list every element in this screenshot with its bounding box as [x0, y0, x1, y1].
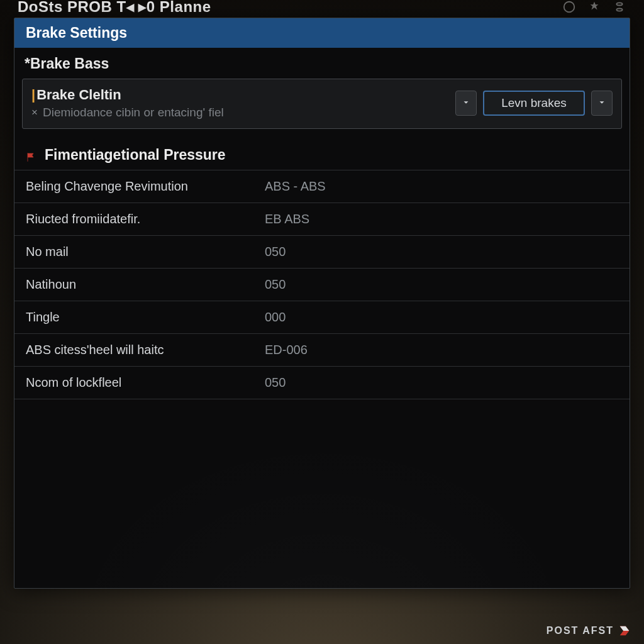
selector-desc-text: Diemiodance cibin or entacing' fiel	[43, 106, 224, 119]
status-icon-1	[562, 0, 576, 14]
status-icon-3	[613, 0, 626, 14]
selector-title-text: Brake Cleltin	[36, 87, 121, 103]
table-row[interactable]: Ncom of lockfleel 050	[14, 367, 630, 399]
selector-value-text: Levn brakes	[501, 96, 567, 110]
selector-description: × Diemiodance cibin or entacing' fiel	[31, 106, 449, 119]
app-title: DoSts PROB T◂ ▸0 Planne	[18, 0, 211, 16]
table-row[interactable]: ABS citess'heel will haitc ED-006	[14, 334, 630, 367]
subheader-text: *Brake Bass	[25, 55, 109, 72]
row-value: 050	[265, 245, 286, 259]
row-label: ABS citess'heel will haitc	[26, 343, 265, 357]
section-title: Fimentiagetional Pressure	[45, 147, 226, 164]
row-value: ED-006	[265, 343, 308, 357]
row-label: Tingle	[26, 310, 265, 325]
table-row[interactable]: Riucted fromiidatefir. EB ABS	[14, 203, 630, 236]
table-row[interactable]: Beling Chavenge Revimution ABS - ABS	[14, 170, 630, 203]
row-value: 000	[265, 310, 286, 325]
selector-value[interactable]: Levn brakes	[483, 91, 585, 116]
selector-marker-icon: |	[31, 87, 36, 103]
section-header: Fimentiagetional Pressure	[14, 138, 630, 170]
settings-panel: Brake Settings *Brake Bass |Brake Clelti…	[14, 18, 630, 589]
flag-icon	[26, 150, 37, 161]
row-value: 050	[265, 375, 286, 390]
row-label: Natihoun	[26, 277, 265, 292]
row-value: 050	[265, 277, 286, 292]
chevron-down-icon	[462, 98, 470, 109]
brand-text: POST AFST	[547, 625, 614, 636]
row-label: No mail	[26, 245, 265, 259]
selector-title: |Brake Cleltin	[31, 87, 449, 103]
brake-mode-selector: |Brake Cleltin × Diemiodance cibin or en…	[22, 79, 622, 129]
panel-title: Brake Settings	[26, 25, 127, 41]
table-row[interactable]: No mail 050	[14, 236, 630, 269]
svg-point-0	[564, 2, 575, 13]
close-icon: ×	[31, 106, 38, 119]
settings-rows: Beling Chavenge Revimution ABS - ABS Riu…	[14, 170, 630, 399]
row-value: ABS - ABS	[265, 179, 326, 194]
row-value: EB ABS	[265, 212, 309, 226]
row-label: Ncom of lockfleel	[26, 375, 265, 390]
brand-badge: POST AFST	[547, 624, 631, 638]
selector-next-button[interactable]	[591, 91, 613, 116]
status-icon-2	[587, 0, 601, 14]
panel-subheader: *Brake Bass	[14, 48, 630, 79]
panel-empty-space	[14, 399, 630, 588]
chevron-down-icon	[597, 98, 606, 109]
table-row[interactable]: Natihoun 050	[14, 269, 630, 301]
panel-title-bar: Brake Settings	[14, 18, 630, 48]
row-label: Beling Chavenge Revimution	[26, 179, 265, 194]
table-row[interactable]: Tingle 000	[14, 301, 630, 334]
brand-logo-icon	[618, 624, 631, 638]
row-label: Riucted fromiidatefir.	[26, 212, 265, 226]
app-bar: DoSts PROB T◂ ▸0 Planne	[0, 0, 644, 18]
selector-prev-button[interactable]	[455, 91, 477, 116]
